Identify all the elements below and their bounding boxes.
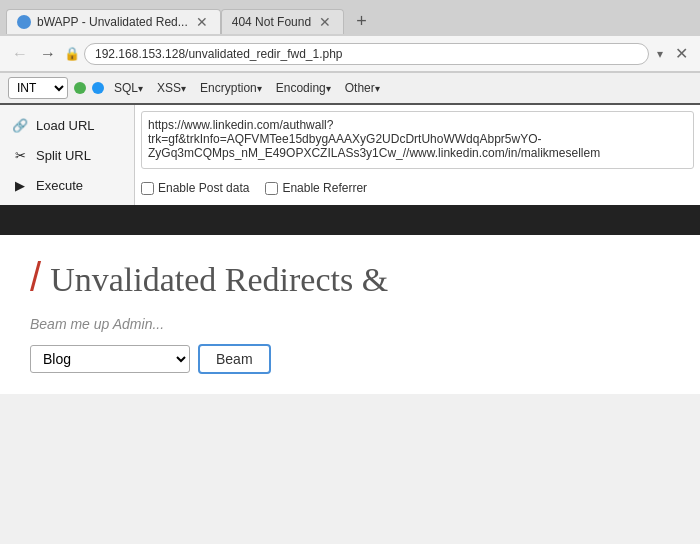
- execute-icon: ▶: [10, 175, 30, 195]
- execute-label: Execute: [36, 178, 83, 193]
- split-url-label: Split URL: [36, 148, 91, 163]
- url-dropdown-icon[interactable]: ▾: [653, 47, 667, 61]
- tab-404-title: 404 Not Found: [232, 15, 311, 29]
- encoding-menu[interactable]: Encoding: [272, 79, 335, 97]
- heading-text: Unvalidated Redirects &: [50, 261, 388, 298]
- split-url-icon: ✂: [10, 145, 30, 165]
- tab-favicon: [17, 15, 31, 29]
- tab-404-close-icon[interactable]: ✕: [317, 14, 333, 30]
- new-tab-button[interactable]: +: [348, 11, 375, 32]
- tab-active-title: bWAPP - Unvalidated Red...: [37, 15, 188, 29]
- tab-404[interactable]: 404 Not Found ✕: [221, 9, 344, 34]
- sql-menu[interactable]: SQL: [110, 79, 147, 97]
- back-button[interactable]: ←: [8, 43, 32, 65]
- green-dot-icon: [74, 82, 86, 94]
- enable-post-checkbox[interactable]: [141, 182, 154, 195]
- url-textarea[interactable]: https://www.linkedin.com/authwall?trk=gf…: [141, 111, 694, 169]
- browser-chrome: bWAPP - Unvalidated Red... ✕ 404 Not Fou…: [0, 0, 700, 73]
- load-url-label: Load URL: [36, 118, 95, 133]
- beam-button[interactable]: Beam: [198, 344, 271, 374]
- tab-close-icon[interactable]: ✕: [194, 14, 210, 30]
- page-heading: / Unvalidated Redirects &: [30, 255, 670, 300]
- left-panel: 🔗 Load URL ✂ Split URL ▶ Execute: [0, 105, 135, 205]
- enable-referrer-checkbox[interactable]: [265, 182, 278, 195]
- blue-dot-icon: [92, 82, 104, 94]
- page-content: / Unvalidated Redirects & Beam me up Adm…: [0, 235, 700, 394]
- content-with-panel: 🔗 Load URL ✂ Split URL ▶ Execute https:/…: [0, 105, 700, 205]
- enable-referrer-label[interactable]: Enable Referrer: [265, 181, 367, 195]
- heading-slash: /: [30, 255, 41, 299]
- main-content: 🔗 Load URL ✂ Split URL ▶ Execute https:/…: [0, 105, 700, 394]
- enable-post-label[interactable]: Enable Post data: [141, 181, 249, 195]
- url-input[interactable]: [84, 43, 649, 65]
- toolbar: INT EXT SQL XSS Encryption Encoding Othe…: [0, 73, 700, 105]
- injection-type-select[interactable]: INT EXT: [8, 77, 68, 99]
- xss-menu[interactable]: XSS: [153, 79, 190, 97]
- split-url-item[interactable]: ✂ Split URL: [4, 141, 130, 169]
- load-url-icon: 🔗: [10, 115, 30, 135]
- secure-icon: 🔒: [64, 46, 80, 61]
- execute-item[interactable]: ▶ Execute: [4, 171, 130, 199]
- address-bar: ← → 🔒 ▾ ✕: [0, 36, 700, 72]
- tab-bar: bWAPP - Unvalidated Red... ✕ 404 Not Fou…: [0, 0, 700, 36]
- browser-close-icon[interactable]: ✕: [671, 44, 692, 63]
- forward-button[interactable]: →: [36, 43, 60, 65]
- other-menu[interactable]: Other: [341, 79, 384, 97]
- encryption-menu[interactable]: Encryption: [196, 79, 266, 97]
- load-url-item[interactable]: 🔗 Load URL: [4, 111, 130, 139]
- beam-destination-select[interactable]: Blog Home Admin: [30, 345, 190, 373]
- url-input-area: https://www.linkedin.com/authwall?trk=gf…: [135, 105, 700, 205]
- black-bar: [0, 205, 700, 235]
- beam-me-label: Beam me up Admin...: [30, 316, 670, 332]
- tab-active[interactable]: bWAPP - Unvalidated Red... ✕: [6, 9, 221, 34]
- url-options: Enable Post data Enable Referrer: [141, 177, 694, 199]
- beam-row: Blog Home Admin Beam: [30, 344, 670, 374]
